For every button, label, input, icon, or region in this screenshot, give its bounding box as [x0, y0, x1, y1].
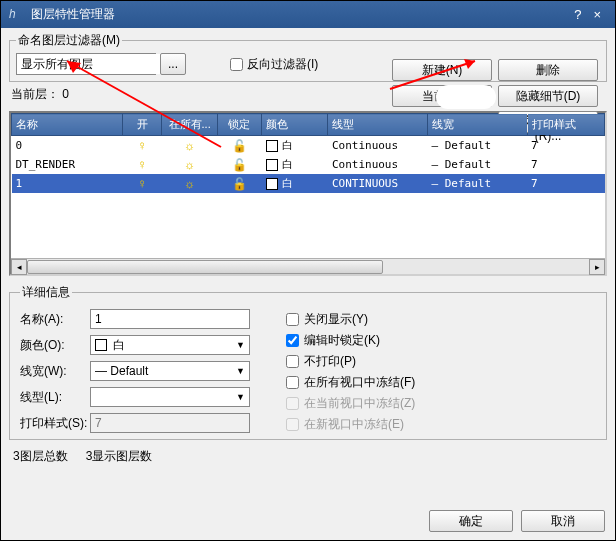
hide-details-button[interactable]: 隐藏细节(D)	[498, 85, 598, 107]
details-legend: 详细信息	[20, 284, 72, 301]
col-lineweight[interactable]: 线宽	[427, 114, 527, 136]
cell-lineweight[interactable]: — Default	[427, 136, 527, 156]
cell-plotstyle[interactable]: 7	[527, 174, 604, 193]
bulb-icon[interactable]: ♀	[122, 174, 162, 193]
chevron-down-icon[interactable]: ▼	[236, 392, 245, 402]
bulb-icon[interactable]: ♀	[122, 136, 162, 156]
lock-icon[interactable]: 🔓	[217, 174, 261, 193]
cell-linetype[interactable]: CONTINUOUS	[328, 174, 428, 193]
col-on[interactable]: 开	[122, 114, 162, 136]
cell-plotstyle[interactable]: 7	[527, 155, 604, 174]
annotation-highlight	[436, 85, 496, 109]
cell-linetype[interactable]: Continuous	[328, 155, 428, 174]
detail-pstyle-label: 打印样式(S):	[20, 415, 90, 432]
col-freeze[interactable]: 在所有...	[162, 114, 217, 136]
check-lock[interactable]: 编辑时锁定(K)	[286, 332, 415, 349]
check-freeze_cur-input	[286, 397, 299, 410]
invert-filter-checkbox[interactable]: 反向过滤器(I)	[230, 56, 318, 73]
summary-row: 3图层总数 3显示图层数	[13, 448, 603, 465]
check-freeze_new-input	[286, 418, 299, 431]
check-off-input[interactable]	[286, 313, 299, 326]
color-swatch-icon	[95, 339, 107, 351]
col-lock[interactable]: 锁定	[217, 114, 261, 136]
cell-lineweight[interactable]: — Default	[427, 174, 527, 193]
scroll-left-icon[interactable]: ◂	[11, 259, 27, 275]
detail-name-label: 名称(A):	[20, 311, 90, 328]
filter-combo[interactable]: ▼	[16, 53, 156, 75]
check-freeze_cur: 在当前视口中冻结(Z)	[286, 395, 415, 412]
cell-name[interactable]: DT_RENDER	[12, 155, 123, 174]
named-filter-legend: 命名图层过滤器(M)	[16, 32, 122, 49]
cell-color[interactable]: 白	[262, 155, 328, 174]
named-filter-group: 命名图层过滤器(M) ▼ ... 反向过滤器(I) 新建(N) 删除 当前(C)…	[9, 32, 607, 82]
detail-name-input[interactable]	[90, 309, 250, 329]
details-group: 详细信息 名称(A): 颜色(O): 白 ▼ 线宽(W): — Default …	[9, 284, 607, 440]
chevron-down-icon[interactable]: ▼	[236, 366, 245, 376]
col-plotstyle[interactable]: 打印样式	[527, 114, 604, 136]
col-name[interactable]: 名称	[12, 114, 123, 136]
cell-color[interactable]: 白	[262, 136, 328, 156]
new-layer-button[interactable]: 新建(N)	[392, 59, 492, 81]
invert-filter-input[interactable]	[230, 58, 243, 71]
app-logo-icon: h	[9, 7, 25, 23]
scroll-right-icon[interactable]: ▸	[589, 259, 605, 275]
check-freeze_all-input[interactable]	[286, 376, 299, 389]
chevron-down-icon[interactable]: ▼	[236, 340, 245, 350]
sun-icon[interactable]: ☼	[162, 174, 217, 193]
col-linetype[interactable]: 线型	[328, 114, 428, 136]
cell-name[interactable]: 1	[12, 174, 123, 193]
detail-ltype-combo[interactable]: ▼	[90, 387, 250, 407]
cancel-button[interactable]: 取消	[521, 510, 605, 532]
table-row[interactable]: 1♀☼🔓白CONTINUOUS— Default7	[12, 174, 605, 193]
check-off[interactable]: 关闭显示(Y)	[286, 311, 415, 328]
check-noplot[interactable]: 不打印(P)	[286, 353, 415, 370]
check-freeze_all[interactable]: 在所有视口中冻结(F)	[286, 374, 415, 391]
detail-color-label: 颜色(O):	[20, 337, 90, 354]
sun-icon[interactable]: ☼	[162, 155, 217, 174]
bulb-icon[interactable]: ♀	[122, 155, 162, 174]
cell-color[interactable]: 白	[262, 174, 328, 193]
close-button[interactable]: ×	[587, 7, 607, 22]
table-row[interactable]: DT_RENDER♀☼🔓白Continuous— Default7	[12, 155, 605, 174]
check-noplot-input[interactable]	[286, 355, 299, 368]
window-title: 图层特性管理器	[31, 6, 568, 23]
sun-icon[interactable]: ☼	[162, 136, 217, 156]
help-button[interactable]: ?	[568, 7, 587, 22]
grid-header-row: 名称 开 在所有... 锁定 颜色 线型 线宽 打印样式	[12, 114, 605, 136]
detail-ltype-label: 线型(L):	[20, 389, 90, 406]
cell-name[interactable]: 0	[12, 136, 123, 156]
lock-icon[interactable]: 🔓	[217, 136, 261, 156]
horizontal-scrollbar[interactable]: ◂ ▸	[11, 258, 605, 274]
col-color[interactable]: 颜色	[262, 114, 328, 136]
delete-layer-button[interactable]: 删除	[498, 59, 598, 81]
lock-icon[interactable]: 🔓	[217, 155, 261, 174]
check-freeze_new: 在新视口中冻结(E)	[286, 416, 415, 433]
titlebar: h 图层特性管理器 ? ×	[1, 1, 615, 28]
total-layers: 3图层总数	[13, 448, 68, 465]
detail-lwt-label: 线宽(W):	[20, 363, 90, 380]
scroll-thumb[interactable]	[27, 260, 383, 274]
ok-button[interactable]: 确定	[429, 510, 513, 532]
detail-color-combo[interactable]: 白 ▼	[90, 335, 250, 355]
filter-combo-input[interactable]	[17, 54, 175, 74]
cell-lineweight[interactable]: — Default	[427, 155, 527, 174]
layer-manager-window: h 图层特性管理器 ? × 命名图层过滤器(M) ▼ ... 反向过滤器(I) …	[0, 0, 616, 541]
table-row[interactable]: 0♀☼🔓白Continuous— Default7	[12, 136, 605, 156]
detail-pstyle-input	[90, 413, 250, 433]
cell-linetype[interactable]: Continuous	[328, 136, 428, 156]
filter-browse-button[interactable]: ...	[160, 53, 186, 75]
detail-lwt-combo[interactable]: — Default ▼	[90, 361, 250, 381]
shown-layers: 3显示图层数	[86, 448, 153, 465]
check-lock-input[interactable]	[286, 334, 299, 347]
layer-grid: 名称 开 在所有... 锁定 颜色 线型 线宽 打印样式 0♀☼🔓白Contin…	[9, 111, 607, 276]
